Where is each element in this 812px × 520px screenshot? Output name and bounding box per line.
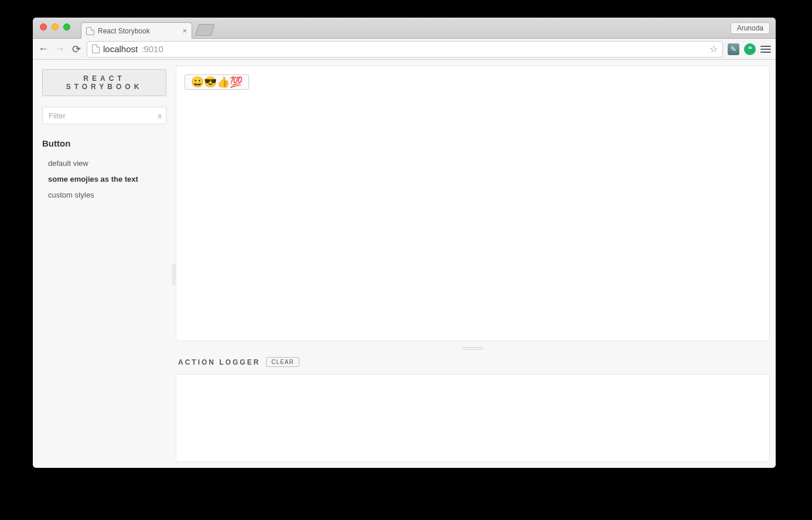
window-controls [40, 23, 70, 30]
browser-tab[interactable]: React Storybook × [81, 22, 192, 39]
story-item-custom-styles[interactable]: custom styles [48, 191, 166, 199]
action-logger-body [176, 374, 770, 462]
storybook-main: 😀😎👍💯 ACTION LOGGER CLEAR [176, 60, 776, 468]
extension-hangouts-icon[interactable]: ❝ [744, 43, 756, 55]
vertical-resize-handle[interactable] [172, 264, 175, 285]
filter-wrap: x [42, 107, 166, 124]
tab-title: React Storybook [98, 27, 150, 35]
browser-menu-icon[interactable] [760, 46, 771, 53]
page-content: REACT STORYBOOK x Button default view so… [33, 60, 776, 468]
site-info-icon[interactable] [92, 45, 100, 53]
horizontal-resize-handle[interactable] [462, 347, 483, 350]
forward-icon[interactable]: → [54, 43, 66, 55]
filter-clear-icon[interactable]: x [158, 111, 162, 120]
reload-icon[interactable]: ⟳ [70, 43, 82, 56]
filter-input[interactable] [42, 107, 166, 124]
tab-close-icon[interactable]: × [182, 26, 187, 35]
maximize-window-icon[interactable] [63, 23, 70, 30]
clear-button[interactable]: CLEAR [266, 357, 299, 367]
story-preview: 😀😎👍💯 [176, 66, 770, 341]
storybook-brand[interactable]: REACT STORYBOOK [42, 69, 166, 96]
browser-toolbar: ← → ⟳ localhost:9010 ☆ ✎ ❝ [33, 39, 776, 60]
browser-tabbar: React Storybook × Arunoda [33, 18, 776, 39]
demo-button[interactable]: 😀😎👍💯 [185, 74, 249, 90]
action-logger-header: ACTION LOGGER CLEAR [176, 356, 770, 368]
extension-evernote-icon[interactable]: ✎ [728, 43, 739, 55]
url-host: localhost [103, 44, 138, 54]
storybook-sidebar: REACT STORYBOOK x Button default view so… [33, 60, 176, 468]
story-list: default view some emojies as the text cu… [42, 159, 166, 199]
new-tab-button[interactable] [195, 24, 215, 36]
page-icon [86, 27, 94, 35]
url-port: :9010 [141, 44, 163, 54]
story-group-title[interactable]: Button [42, 135, 166, 148]
close-window-icon[interactable] [40, 23, 47, 30]
story-item-default-view[interactable]: default view [48, 159, 166, 168]
back-icon[interactable]: ← [37, 43, 49, 55]
minimize-window-icon[interactable] [52, 23, 59, 30]
action-logger-title: ACTION LOGGER [178, 358, 260, 366]
bookmark-star-icon[interactable]: ☆ [709, 43, 718, 55]
profile-button[interactable]: Arunoda [731, 22, 770, 34]
address-bar[interactable]: localhost:9010 ☆ [87, 41, 723, 57]
browser-window: React Storybook × Arunoda ← → ⟳ localhos… [33, 18, 776, 468]
story-item-some-emojies[interactable]: some emojies as the text [48, 175, 166, 183]
